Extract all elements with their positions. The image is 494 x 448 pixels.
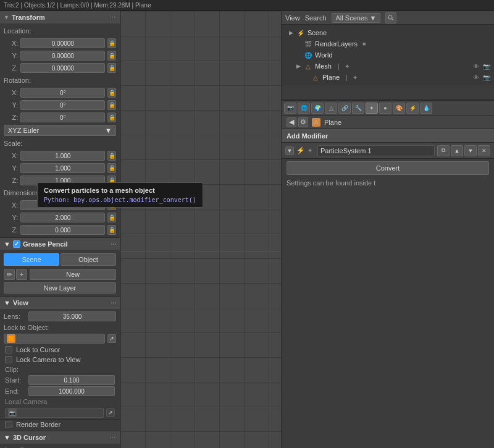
prop-tab-part[interactable]: ⚡ (406, 103, 419, 114)
location-y-lock[interactable]: 🔒 (107, 51, 116, 61)
tree-item-renderlayers[interactable]: 🎬 RenderLayers ■ (285, 38, 490, 49)
lock-to-object-input[interactable]: 🟧 (4, 334, 105, 344)
rotation-x-lock[interactable]: 🔒 (107, 88, 116, 98)
prop-tab-world[interactable]: 🌍 (311, 103, 324, 114)
breadcrumb-icon-2[interactable]: ⚙ (298, 117, 308, 127)
tree-item-mesh[interactable]: ▶ △ Mesh | ✦ 👁 📷 (285, 61, 490, 72)
gp-new-button[interactable]: New (30, 269, 116, 280)
viewport-background[interactable] (120, 11, 281, 448)
ps-copy-btn[interactable]: ⧉ (437, 145, 450, 156)
ps-name-input[interactable] (317, 145, 435, 156)
rl-extra: ■ (362, 41, 366, 47)
plane-eye-icon[interactable]: 👁 (473, 74, 479, 81)
rotation-mode-dropdown[interactable]: XYZ Euler ▼ (4, 125, 116, 136)
gp-new-layer-button[interactable]: New Layer (4, 282, 116, 294)
dim-x-key: X: (4, 201, 18, 209)
cursor-header[interactable]: ▼ 3D Cursor ··· (0, 431, 120, 444)
lock-camera-checkbox[interactable] (5, 356, 12, 363)
render-border-checkbox[interactable] (5, 421, 12, 428)
outliner-search-label[interactable]: Search (305, 14, 327, 22)
prop-tab-modifiers[interactable]: 🔧 (352, 103, 364, 114)
location-z-lock[interactable]: 🔒 (107, 63, 116, 73)
clip-end-input[interactable] (28, 386, 115, 396)
prop-tab-mat[interactable]: ● (379, 103, 391, 114)
rotation-z-input[interactable] (20, 112, 105, 122)
ps-delete-btn[interactable]: ✕ (478, 145, 490, 156)
gp-scene-toggle[interactable]: Scene (4, 253, 59, 266)
location-z-key: Z: (4, 64, 18, 72)
view-header[interactable]: ▼ View ··· (0, 297, 120, 309)
mesh-cam-icon: 📷 (483, 63, 490, 70)
scale-y-input[interactable] (20, 163, 105, 173)
transform-header[interactable]: ▼ Transform ··· (0, 11, 120, 23)
transform-label: Transform (12, 14, 45, 21)
rotation-x-input[interactable] (20, 88, 105, 98)
prop-tab-constraints[interactable]: 🔗 (338, 103, 351, 114)
local-cam-open-btn[interactable]: ↗ (106, 408, 115, 417)
gp-plus-btn[interactable]: + (16, 269, 27, 280)
prop-tab-render[interactable]: 📷 (284, 103, 296, 114)
scale-x-input[interactable] (20, 151, 105, 161)
ps-extra-icon: ✦ (308, 147, 312, 154)
right-panel: View Search All Scenes ▼ ▶ ⚡ (281, 11, 494, 448)
gp-checkbox[interactable]: ✓ (13, 240, 20, 248)
lock-obj-icon: 🟧 (7, 334, 15, 343)
tree-item-scene[interactable]: ▶ ⚡ Scene (285, 27, 490, 38)
search-icon-btn[interactable] (385, 12, 396, 23)
rotation-y-lock[interactable]: 🔒 (107, 100, 116, 110)
renderlayers-icon: 🎬 (304, 40, 312, 48)
location-x-input[interactable] (20, 38, 105, 48)
ps-up-btn[interactable]: ▲ (451, 145, 463, 156)
scale-z-key: Z: (4, 177, 18, 184)
mesh-icon: △ (304, 62, 312, 70)
gp-pencil-btn[interactable]: ✏ (4, 269, 15, 280)
mesh-eye-icon[interactable]: 👁 (473, 63, 479, 70)
breadcrumb-icons: ◀ ⚙ (287, 117, 308, 127)
location-z-row: Z: 🔒 (0, 62, 120, 74)
grease-pencil-section: ▼ ✓ Grease Pencil ··· Scene Object ✏ (0, 238, 120, 297)
scale-x-lock[interactable]: 🔒 (107, 151, 116, 161)
prop-tab-tex[interactable]: 🎨 (393, 103, 405, 114)
breadcrumb-back-btn[interactable]: ◀ (287, 117, 296, 127)
prop-tab-phys[interactable]: 💧 (420, 103, 432, 114)
dim-y-lock[interactable]: 🔒 (107, 213, 116, 222)
scale-x-key: X: (4, 152, 18, 159)
scale-y-key: Y: (4, 164, 18, 172)
cursor-body: Location: (0, 444, 120, 448)
ps-down-btn[interactable]: ▼ (464, 145, 477, 156)
outliner-view-label[interactable]: View (285, 14, 300, 22)
convert-button[interactable]: Convert (287, 161, 489, 175)
scenes-dropdown[interactable]: All Scenes ▼ (332, 13, 381, 23)
plane-extra-icon: ✦ (353, 74, 358, 81)
tree-item-world[interactable]: 🌐 World (285, 49, 490, 61)
clip-start-key: Start: (5, 376, 26, 384)
prop-tab-object[interactable]: △ (325, 103, 337, 114)
local-cam-input[interactable]: 📷 (5, 408, 104, 418)
dim-z-lock[interactable]: 🔒 (107, 225, 116, 235)
scale-y-lock[interactable]: 🔒 (107, 163, 116, 173)
lock-obj-open-btn[interactable]: ↗ (107, 334, 116, 343)
location-y-input[interactable] (20, 51, 105, 61)
prop-tab-data[interactable]: ✦ (366, 103, 378, 114)
ps-collapse-btn[interactable]: ▼ (285, 146, 294, 155)
mesh-sep: | (338, 63, 340, 70)
gp-object-toggle[interactable]: Object (61, 253, 116, 266)
clip-end-key: End: (5, 387, 26, 395)
lens-input[interactable] (28, 311, 116, 321)
lock-cursor-row: Lock to Cursor (0, 345, 120, 355)
location-x-lock[interactable]: 🔒 (107, 38, 116, 48)
gp-toggle-row: Scene Object (0, 251, 120, 268)
dim-y-input[interactable] (20, 213, 105, 222)
tree-item-plane[interactable]: △ Plane | ✦ 👁 📷 (285, 72, 490, 83)
lock-cursor-checkbox[interactable] (5, 346, 12, 353)
rotation-y-input[interactable] (20, 100, 105, 110)
location-z-input[interactable] (20, 63, 105, 73)
gp-new-row: ✏ + New (0, 268, 120, 281)
clip-start-input[interactable] (28, 375, 115, 385)
cursor-dots: ··· (109, 434, 116, 441)
clip-label: Clip: (0, 365, 120, 374)
dim-z-input[interactable] (20, 225, 105, 235)
prop-tab-scene[interactable]: 🌐 (298, 103, 310, 114)
grease-pencil-header[interactable]: ▼ ✓ Grease Pencil ··· (0, 238, 120, 250)
rotation-z-lock[interactable]: 🔒 (107, 112, 116, 122)
